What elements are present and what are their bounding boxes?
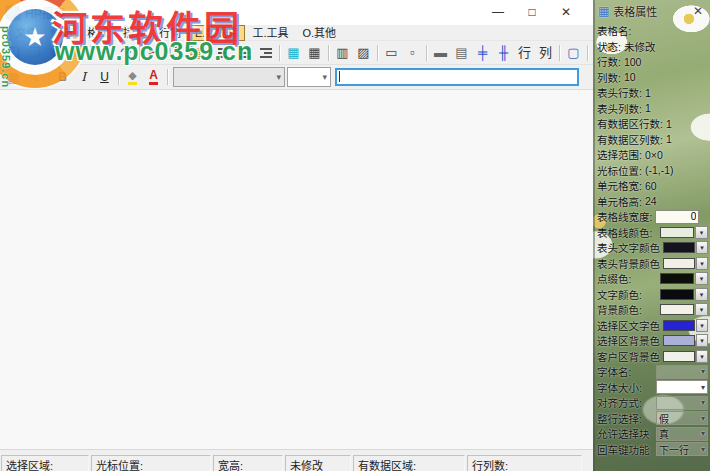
color-dropdown-button[interactable]	[695, 272, 708, 285]
save-all-button[interactable]: ▣	[66, 43, 87, 63]
menu-item[interactable]: E.数据库	[188, 25, 245, 41]
redo-button[interactable]: ↷	[115, 43, 136, 63]
prop-row: 表头背景颜色	[597, 256, 708, 272]
table-select-button[interactable]: ▦	[283, 43, 304, 63]
prop-select[interactable]	[656, 365, 708, 379]
table-grid-button[interactable]: ▦	[304, 43, 325, 63]
font-name-select[interactable]	[173, 67, 285, 87]
minimize-button[interactable]: —	[481, 0, 515, 25]
menu-item[interactable]: 工.工具	[245, 26, 295, 40]
prop-value: 1	[645, 102, 651, 114]
band-grid-icon: ╫	[499, 46, 508, 59]
color-swatch[interactable]	[660, 289, 694, 300]
color-swatch[interactable]	[663, 320, 695, 331]
align-center-button[interactable]	[234, 43, 255, 63]
prop-select[interactable]: 真	[656, 427, 708, 441]
color-swatch[interactable]	[663, 242, 695, 253]
cell-format-button[interactable]: ▫	[402, 43, 423, 63]
col-char-button[interactable]: 列	[535, 43, 556, 63]
menu-item[interactable]: 编辑	[44, 26, 80, 40]
prop-label: 允许选择块	[597, 426, 650, 441]
color-dropdown-button[interactable]	[695, 226, 708, 239]
underline-button[interactable]: U	[94, 67, 115, 87]
italic-button[interactable]: I	[73, 67, 94, 87]
prop-select[interactable]: 假	[656, 411, 708, 425]
color-dropdown-button[interactable]	[696, 241, 708, 254]
bold-button[interactable]: B	[52, 67, 73, 87]
link-cell-button[interactable]: ▭	[381, 43, 402, 63]
separator	[90, 45, 91, 61]
menu-item[interactable]: 文件	[8, 26, 44, 40]
align-left-button[interactable]	[213, 43, 234, 63]
color-swatch[interactable]	[663, 335, 695, 346]
underline-icon: U	[100, 71, 109, 83]
copy-button[interactable]: ❐	[164, 43, 185, 63]
prop-label: 单元格高:	[597, 194, 642, 209]
client-area[interactable]	[0, 89, 593, 449]
prop-label: 行数:	[597, 54, 621, 69]
select-range-button[interactable]: ▢	[563, 43, 584, 63]
prop-label: 有数据区列数:	[597, 132, 663, 147]
header-edit-icon: ✎	[29, 71, 40, 84]
save-button[interactable]: ▣	[45, 43, 66, 63]
cut-button[interactable]: ✂	[143, 43, 164, 63]
merge-cells-button[interactable]: ▥	[332, 43, 353, 63]
prop-select[interactable]	[656, 380, 708, 394]
prop-row: 回车键功能下一行	[597, 442, 708, 458]
fill-color-button[interactable]: ◆	[122, 67, 143, 87]
panel-close-icon[interactable]: ✕	[691, 4, 705, 18]
paste-button[interactable]: ▤	[185, 43, 206, 63]
band-grid-button[interactable]: ╫	[493, 43, 514, 63]
table-icon	[598, 4, 609, 18]
prop-value: 1	[666, 118, 672, 130]
merge-col-button[interactable]: ▤	[451, 43, 472, 63]
prop-label: 整行选择:	[597, 411, 642, 426]
align-right-button[interactable]	[255, 43, 276, 63]
merge-row-button[interactable]: ▬	[430, 43, 451, 63]
col-char-icon: 列	[539, 46, 552, 59]
color-swatch[interactable]	[660, 304, 694, 315]
color-dropdown-button[interactable]	[696, 257, 708, 270]
chevron-down-icon	[701, 429, 705, 438]
cut-icon: ✂	[148, 46, 159, 59]
prop-select-value: 下一行	[659, 442, 689, 457]
cross-grid-button[interactable]: ╪	[472, 43, 493, 63]
color-dropdown-button[interactable]	[696, 350, 708, 363]
color-swatch[interactable]	[660, 227, 694, 238]
color-dropdown-button[interactable]	[696, 334, 708, 347]
new-button[interactable]: ❏	[3, 43, 24, 63]
header-edit-button[interactable]: ✎	[24, 67, 45, 87]
prop-select[interactable]	[656, 396, 708, 410]
screen: HP报表 — □ ✕ 文件编辑格式插入行列E.数据库工.工具O.其他 ❏❒▣▣↶…	[0, 0, 710, 471]
app-icon	[5, 5, 20, 20]
color-dropdown-button[interactable]	[695, 303, 708, 316]
menu-item[interactable]: O.其他	[295, 26, 343, 40]
close-button[interactable]: ✕	[549, 0, 583, 25]
row-char-button[interactable]: 行	[514, 43, 535, 63]
save-icon: ▣	[49, 46, 61, 59]
menu-item[interactable]: 插入	[116, 26, 152, 40]
color-swatch[interactable]	[663, 258, 695, 269]
color-swatch[interactable]	[660, 273, 694, 284]
select-range-icon: ▢	[567, 46, 579, 59]
color-dropdown-button[interactable]	[695, 288, 708, 301]
prop-input[interactable]	[655, 210, 699, 224]
color-swatch[interactable]	[663, 351, 695, 362]
prop-label: 点缀色:	[597, 271, 631, 286]
title-bar: HP报表 — □ ✕	[0, 0, 593, 25]
formula-input[interactable]	[335, 68, 579, 86]
fill-color-icon: ◆	[128, 70, 136, 85]
split-cells-button[interactable]: ▨	[353, 43, 374, 63]
table-edit-button[interactable]: ▦	[3, 67, 24, 87]
maximize-button[interactable]: □	[515, 0, 549, 25]
prop-label: 列数:	[597, 70, 621, 85]
prop-row: 行数:100	[597, 54, 708, 70]
prop-select[interactable]: 下一行	[656, 442, 708, 456]
menu-item[interactable]: 行列	[152, 26, 188, 40]
color-dropdown-button[interactable]	[696, 319, 708, 332]
open-button[interactable]: ❒	[24, 43, 45, 63]
menu-item[interactable]: 格式	[80, 26, 116, 40]
font-size-select[interactable]	[287, 67, 331, 87]
font-color-button[interactable]: A	[143, 67, 164, 87]
undo-button[interactable]: ↶	[94, 43, 115, 63]
